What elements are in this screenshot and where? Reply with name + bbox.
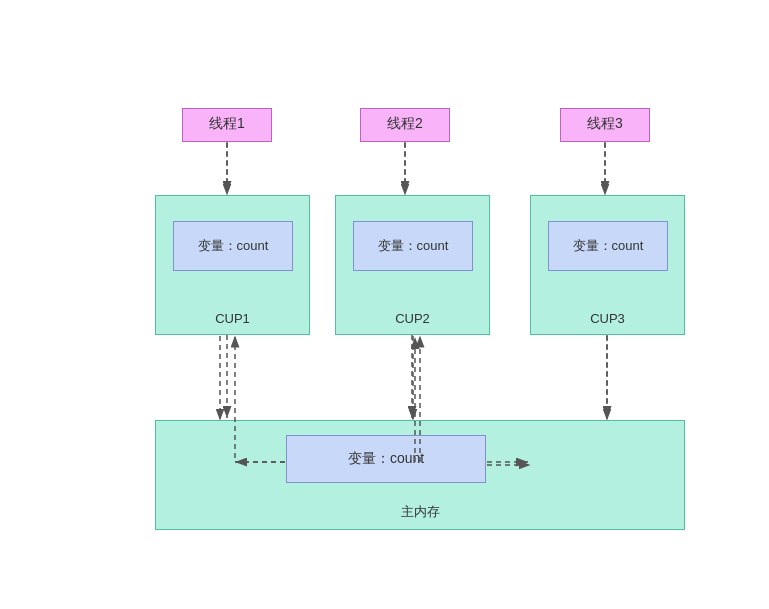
thread2-label: 线程2 xyxy=(387,115,423,131)
thread3-box: 线程3 xyxy=(560,108,650,142)
thread1-box: 线程1 xyxy=(182,108,272,142)
cpu1-var-label: 变量：count xyxy=(198,237,269,255)
diagram: 线程1 线程2 线程3 变量：count CUP1 变量：count CUP2 … xyxy=(0,0,769,609)
cpu3-var-label: 变量：count xyxy=(573,237,644,255)
cpu3-box: 变量：count CUP3 xyxy=(530,195,685,335)
cpu1-label: CUP1 xyxy=(156,311,309,326)
cpu1-box: 变量：count CUP1 xyxy=(155,195,310,335)
memory-label: 主内存 xyxy=(156,503,684,521)
cpu3-var-box: 变量：count xyxy=(548,221,668,271)
memory-var-label: 变量：count xyxy=(348,450,424,468)
thread1-label: 线程1 xyxy=(209,115,245,131)
cpu2-var-box: 变量：count xyxy=(353,221,473,271)
thread2-box: 线程2 xyxy=(360,108,450,142)
cpu2-label: CUP2 xyxy=(336,311,489,326)
thread3-label: 线程3 xyxy=(587,115,623,131)
cpu3-label: CUP3 xyxy=(531,311,684,326)
memory-var-box: 变量：count xyxy=(286,435,486,483)
cpu1-var-box: 变量：count xyxy=(173,221,293,271)
cpu2-var-label: 变量：count xyxy=(378,237,449,255)
memory-box: 变量：count 主内存 xyxy=(155,420,685,530)
cpu2-box: 变量：count CUP2 xyxy=(335,195,490,335)
